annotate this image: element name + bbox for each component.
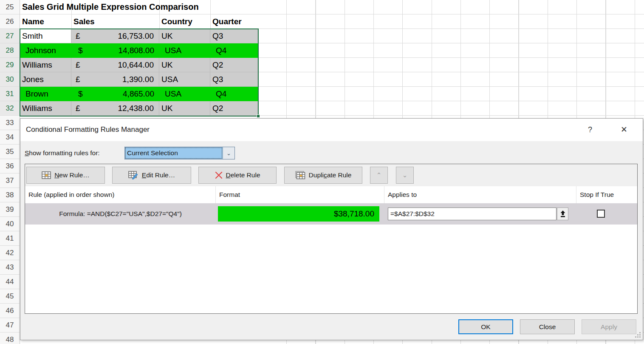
- cell-quarter[interactable]: Q2: [210, 101, 258, 116]
- applies-to-input[interactable]: [388, 208, 556, 220]
- column-header-sales[interactable]: Sales: [71, 14, 159, 29]
- cell-country[interactable]: UK: [159, 58, 210, 72]
- cell-name[interactable]: Smith: [20, 29, 71, 43]
- new-rule-button[interactable]: New Rule…: [26, 167, 105, 184]
- table-row: Brown $4,865.00 USA Q4: [20, 87, 258, 101]
- cell-country[interactable]: USA: [159, 43, 210, 58]
- row-header[interactable]: 36: [0, 159, 20, 173]
- row-header[interactable]: 25: [0, 0, 20, 14]
- row-header[interactable]: 41: [0, 231, 20, 246]
- chevron-down-icon: ⌄: [402, 171, 408, 179]
- row-header[interactable]: 43: [0, 260, 20, 275]
- delete-rule-button[interactable]: Delete Rule: [198, 167, 277, 184]
- amount: 10,644.00: [118, 58, 154, 72]
- cell-country[interactable]: USA: [159, 87, 210, 101]
- applies-to-group: [388, 208, 568, 220]
- cell-name[interactable]: Brown: [20, 87, 71, 101]
- help-icon[interactable]: ?: [583, 123, 597, 136]
- edit-rule-label: Edit Rule…: [142, 171, 175, 179]
- row-header[interactable]: 35: [0, 145, 20, 159]
- row-header[interactable]: 34: [0, 130, 20, 145]
- cell-name[interactable]: Johnson: [20, 43, 71, 58]
- cell-quarter[interactable]: Q4: [210, 43, 258, 58]
- show-rules-dropdown[interactable]: Current Selection ⌄: [124, 147, 235, 159]
- duplicate-rule-label: Duplicate Rule: [309, 171, 352, 179]
- currency-symbol: £: [76, 58, 80, 72]
- row-header[interactable]: 30: [0, 72, 20, 87]
- cell-country[interactable]: USA: [159, 72, 210, 87]
- amount: 4,865.00: [123, 87, 154, 101]
- rules-toolbar: New Rule… Edit Rule… Delete Rule Duplica…: [25, 164, 637, 186]
- cell-name[interactable]: Williams: [20, 58, 71, 72]
- cell-name[interactable]: Jones: [20, 72, 71, 87]
- cell-country[interactable]: UK: [159, 29, 210, 43]
- row-header[interactable]: 40: [0, 217, 20, 231]
- move-rule-down-button[interactable]: ⌄: [396, 167, 414, 184]
- cell-quarter[interactable]: Q2: [210, 58, 258, 72]
- column-header-quarter[interactable]: Quarter: [210, 14, 258, 29]
- excel-window: 25 26 27 28 29 30 31 32 33 34 35 36 37 3…: [0, 0, 644, 344]
- resize-grip[interactable]: [635, 332, 641, 338]
- row-header[interactable]: 33: [0, 116, 20, 130]
- currency-symbol: £: [76, 72, 80, 86]
- header-stop-if-true: Stop If True: [576, 186, 637, 203]
- cell-sales[interactable]: $4,865.00: [71, 87, 159, 101]
- column-header-name[interactable]: Name: [20, 14, 71, 29]
- sheet-data-range: Smith £16,753.00 UK Q3 Johnson $14,808.0…: [20, 29, 258, 116]
- row-header[interactable]: 39: [0, 202, 20, 217]
- column-header-country[interactable]: Country: [159, 14, 210, 29]
- table-row: Williams £12,438.00 UK Q2: [20, 101, 258, 116]
- amount: 1,390.00: [122, 72, 154, 86]
- close-icon[interactable]: ✕: [617, 123, 631, 136]
- close-button[interactable]: Close: [520, 319, 575, 334]
- apply-button[interactable]: Apply: [582, 319, 636, 334]
- show-rules-label: Show formatting rules for:: [25, 147, 100, 159]
- delete-rule-label: Delete Rule: [226, 171, 260, 179]
- ok-button[interactable]: OK: [458, 319, 513, 334]
- chevron-down-icon[interactable]: ⌄: [223, 147, 234, 159]
- currency-symbol: £: [76, 29, 80, 43]
- chevron-up-icon: ⌃: [376, 171, 382, 179]
- row-header[interactable]: 31: [0, 87, 20, 101]
- cell-sales[interactable]: £10,644.00: [71, 58, 159, 72]
- cell-sales[interactable]: £16,753.00: [71, 29, 159, 43]
- row-header[interactable]: 32: [0, 101, 20, 116]
- table-row: Smith £16,753.00 UK Q3: [20, 29, 258, 43]
- dialog-titlebar[interactable]: Conditional Formatting Rules Manager ? ✕: [20, 119, 643, 141]
- row-header[interactable]: 28: [0, 43, 20, 58]
- cell-country[interactable]: UK: [159, 101, 210, 116]
- table-row: Jones £1,390.00 USA Q3: [20, 72, 258, 87]
- row-header[interactable]: 47: [0, 318, 20, 333]
- stop-if-true-checkbox[interactable]: [597, 210, 605, 218]
- duplicate-rule-icon: [295, 171, 305, 179]
- edit-rule-button[interactable]: Edit Rule…: [112, 167, 191, 184]
- cell-quarter[interactable]: Q4: [210, 87, 258, 101]
- cell-sales[interactable]: £1,390.00: [71, 72, 159, 87]
- row-header[interactable]: 44: [0, 275, 20, 289]
- sheet-title-cell[interactable]: Sales Grid Multiple Expression Compariso…: [22, 0, 199, 14]
- cell-name[interactable]: Williams: [20, 101, 71, 116]
- collapse-dialog-icon[interactable]: [557, 208, 568, 220]
- row-header[interactable]: 29: [0, 58, 20, 72]
- row-header[interactable]: 38: [0, 188, 20, 202]
- cell-quarter[interactable]: Q3: [210, 72, 258, 87]
- row-header[interactable]: 37: [0, 173, 20, 188]
- header-applies-to: Applies to: [384, 186, 576, 203]
- rule-format-preview: $38,718.00: [218, 206, 379, 222]
- table-row: Johnson $14,808.00 USA Q4: [20, 43, 258, 58]
- cell-sales[interactable]: $14,808.00: [71, 43, 159, 58]
- cell-quarter[interactable]: Q3: [210, 29, 258, 43]
- duplicate-rule-button[interactable]: Duplicate Rule: [284, 167, 362, 184]
- rule-row[interactable]: Formula: =AND($C27="USA",$D27="Q4") $38,…: [25, 203, 637, 225]
- row-header[interactable]: 45: [0, 289, 20, 304]
- cell-sales[interactable]: £12,438.00: [71, 101, 159, 116]
- row-header-column: 25 26 27 28 29 30 31 32 33 34 35 36 37 3…: [0, 0, 20, 344]
- row-header[interactable]: 26: [0, 14, 20, 29]
- row-header[interactable]: 27: [0, 29, 20, 43]
- row-header[interactable]: 46: [0, 304, 20, 318]
- move-rule-up-button[interactable]: ⌃: [370, 167, 388, 184]
- conditional-formatting-rules-manager-dialog: Conditional Formatting Rules Manager ? ✕…: [20, 118, 643, 340]
- rules-list-panel: New Rule… Edit Rule… Delete Rule Duplica…: [25, 164, 638, 314]
- row-header[interactable]: 48: [0, 333, 20, 344]
- row-header[interactable]: 42: [0, 246, 20, 260]
